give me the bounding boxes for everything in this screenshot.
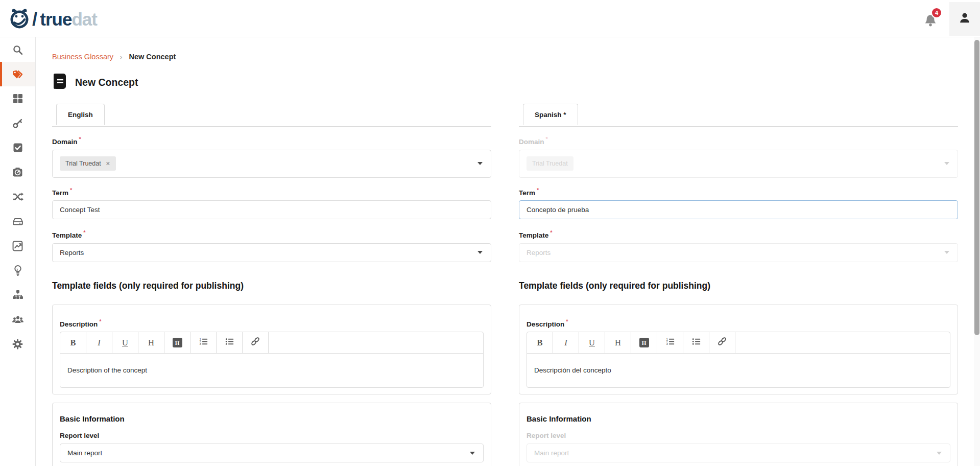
template-fields-heading: Template fields (only required for publi…: [519, 281, 958, 291]
svg-text:3: 3: [199, 342, 201, 345]
template-label: Template*: [52, 229, 491, 239]
tab-english[interactable]: English: [56, 104, 105, 125]
chevron-down-icon: [944, 162, 949, 165]
domain-label: Domain*: [519, 136, 958, 146]
heading-block-button[interactable]: H: [631, 332, 657, 353]
sidebar-item-quality[interactable]: [0, 160, 35, 184]
sidebar-item-rules[interactable]: [0, 135, 35, 160]
template-select-disabled: Reports: [519, 243, 958, 262]
sidebar-item-structures[interactable]: [0, 209, 35, 234]
italic-icon: I: [564, 338, 567, 348]
notifications-button[interactable]: 4: [924, 13, 939, 31]
user-menu-button[interactable]: [949, 2, 980, 36]
breadcrumb-business-glossary[interactable]: Business Glossary: [52, 53, 113, 61]
underline-icon: U: [589, 338, 595, 348]
italic-icon: I: [98, 338, 101, 348]
chevron-down-icon: [477, 162, 483, 165]
italic-button[interactable]: I: [553, 332, 579, 353]
ordered-list-button[interactable]: 123: [657, 332, 683, 353]
template-label: Template*: [519, 229, 958, 239]
ordered-list-icon: 123: [199, 337, 208, 349]
editor-toolbar: B I U H H 123: [60, 332, 483, 354]
tab-spanish[interactable]: Spanish *: [523, 104, 578, 125]
storage-icon: [12, 216, 23, 226]
sidebar-item-insights[interactable]: [0, 258, 35, 283]
search-icon: [12, 44, 23, 55]
ordered-list-button[interactable]: 123: [190, 332, 217, 353]
chip-remove-icon[interactable]: ✕: [106, 160, 110, 167]
description-label: Description*: [527, 318, 950, 328]
unordered-list-button[interactable]: [217, 332, 243, 353]
sidebar-item-search[interactable]: [0, 37, 35, 62]
link-icon: [716, 336, 728, 350]
check-square-icon: [13, 143, 23, 153]
vertical-scrollbar[interactable]: [974, 37, 980, 466]
page-title-row: New Concept: [52, 73, 974, 92]
bold-button[interactable]: B: [60, 332, 86, 353]
chevron-down-icon: [937, 452, 942, 455]
sidebar-item-taxonomy[interactable]: [0, 283, 35, 307]
underline-icon: U: [122, 338, 128, 348]
rich-text-editor: B I U H H 123 Description of the concept: [60, 332, 484, 388]
sidebar-item-permissions[interactable]: [0, 111, 35, 135]
description-editor-content[interactable]: Descripción del concepto: [527, 354, 950, 387]
required-asterisk: *: [546, 136, 548, 142]
template-select[interactable]: Reports: [52, 243, 491, 262]
page-title: New Concept: [75, 77, 138, 88]
sidebar-item-lineage[interactable]: [0, 184, 35, 209]
link-icon: [250, 336, 261, 350]
heading-block-button[interactable]: H: [164, 332, 190, 353]
report-level-select-disabled: Main report: [527, 444, 950, 462]
users-icon: [12, 314, 24, 324]
main-content: Business Glossary › New Concept New Conc…: [36, 37, 974, 466]
book-icon: [52, 73, 67, 92]
sidebar-item-metrics[interactable]: [0, 234, 35, 258]
column-english: English Domain* Trial Truedat✕ Term* Tem…: [52, 103, 491, 466]
heading-button[interactable]: H: [605, 332, 631, 353]
heading-block-icon: H: [639, 338, 649, 347]
bold-button[interactable]: B: [527, 332, 553, 353]
logo-slash: /: [32, 9, 37, 30]
gear-icon: [12, 339, 23, 350]
template-value: Reports: [527, 249, 551, 257]
report-level-value: Main report: [67, 449, 102, 457]
heading-button[interactable]: H: [138, 332, 164, 353]
sidebar-item-users[interactable]: [0, 307, 35, 332]
app-header: / truedat 4: [0, 0, 980, 37]
link-button[interactable]: [709, 332, 735, 353]
basic-information-title: Basic Information: [527, 414, 950, 423]
required-asterisk: *: [550, 229, 552, 236]
domain-chip: Trial Truedat: [527, 156, 573, 171]
required-asterisk: *: [70, 187, 72, 193]
report-level-select[interactable]: Main report: [60, 444, 484, 462]
domain-select[interactable]: Trial Truedat✕: [52, 150, 491, 178]
tags-icon: [12, 69, 24, 80]
scrollbar-thumb[interactable]: [974, 40, 979, 335]
underline-button[interactable]: U: [112, 332, 138, 353]
link-button[interactable]: [243, 332, 269, 353]
shuffle-icon: [12, 192, 23, 202]
required-asterisk: *: [79, 136, 81, 142]
basic-information-title: Basic Information: [60, 414, 484, 423]
chevron-down-icon: [477, 251, 483, 254]
template-value: Reports: [60, 249, 84, 257]
domain-chip: Trial Truedat✕: [60, 156, 116, 171]
tabbar-spanish: Spanish *: [519, 103, 958, 127]
truedat-logo[interactable]: / truedat: [9, 7, 97, 32]
italic-button[interactable]: I: [86, 332, 112, 353]
sidebar-item-settings[interactable]: [0, 332, 35, 356]
tabbar-english: English: [52, 103, 491, 127]
bell-icon: [924, 21, 937, 30]
term-input[interactable]: [52, 200, 491, 219]
unordered-list-button[interactable]: [683, 332, 709, 353]
svg-text:3: 3: [666, 342, 668, 345]
sidebar-item-glossary[interactable]: [0, 62, 35, 86]
term-input[interactable]: [519, 200, 958, 219]
description-editor-content[interactable]: Description of the concept: [60, 354, 483, 387]
notification-badge: 4: [931, 7, 942, 18]
underline-button[interactable]: U: [579, 332, 605, 353]
chevron-down-icon: [470, 452, 475, 455]
heading-icon: H: [615, 338, 621, 348]
breadcrumb: Business Glossary › New Concept: [52, 53, 974, 61]
sidebar-item-catalog[interactable]: [0, 86, 35, 111]
